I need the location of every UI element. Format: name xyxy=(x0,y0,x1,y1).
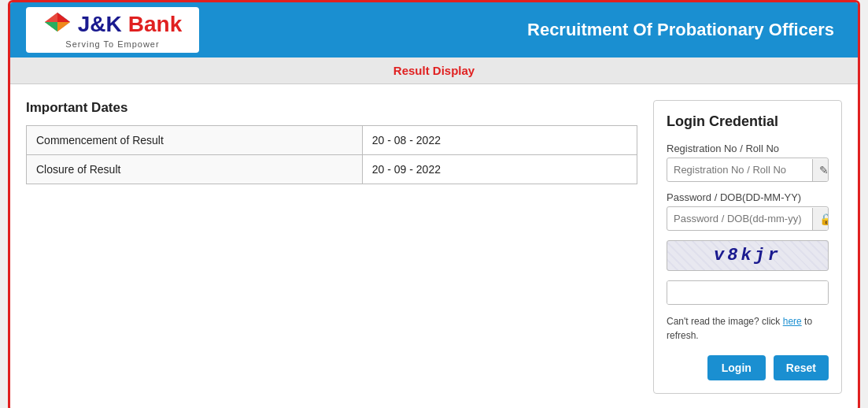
captcha-hint-pre: Can't read the image? click xyxy=(667,316,783,327)
header-title: Recruitment Of Probationary Officers xyxy=(199,20,842,40)
header: J&K Bank Serving To Empower Recruitment … xyxy=(10,2,858,57)
lock-icon: 🔒 xyxy=(812,208,829,230)
reg-input-row: ✎ xyxy=(667,158,829,182)
reg-label: Registration No / Roll No xyxy=(667,143,829,154)
login-title: Login Credential xyxy=(667,113,829,130)
svg-marker-6 xyxy=(45,13,57,22)
logo-top: J&K Bank xyxy=(43,11,182,38)
captcha-image: v8kjr xyxy=(667,240,829,271)
section-title: Important Dates xyxy=(26,100,637,116)
svg-marker-3 xyxy=(57,13,70,22)
captcha-input[interactable] xyxy=(667,281,828,304)
dates-table: Commencement of Result 20 - 08 - 2022 Cl… xyxy=(26,125,637,184)
logo-bank-text: Bank xyxy=(128,12,182,37)
password-input[interactable] xyxy=(667,207,812,230)
svg-marker-5 xyxy=(57,22,70,32)
left-panel: Important Dates Commencement of Result 2… xyxy=(26,100,637,394)
password-input-row: 🔒 xyxy=(667,206,829,231)
logo-kite-icon xyxy=(43,11,72,38)
button-row: Login Reset xyxy=(667,355,829,380)
closure-label: Closure of Result xyxy=(27,155,363,184)
main-content: Important Dates Commencement of Result 2… xyxy=(10,84,858,408)
login-button[interactable]: Login xyxy=(707,355,766,380)
subheader-label: Result Display xyxy=(393,64,475,77)
table-row: Closure of Result 20 - 09 - 2022 xyxy=(27,155,637,184)
logo-subtext: Serving To Empower xyxy=(65,39,159,49)
table-row: Commencement of Result 20 - 08 - 2022 xyxy=(27,126,637,155)
password-field-group: Password / DOB(DD-MM-YY) 🔒 xyxy=(667,191,829,231)
captcha-input-row xyxy=(667,280,829,305)
subheader-bar: Result Display xyxy=(10,57,858,84)
logo-box: J&K Bank Serving To Empower xyxy=(26,7,199,53)
registration-field-group: Registration No / Roll No ✎ xyxy=(667,143,829,182)
commencement-value: 20 - 08 - 2022 xyxy=(362,126,637,155)
captcha-hint: Can't read the image? click here to refr… xyxy=(667,314,829,343)
login-panel: Login Credential Registration No / Roll … xyxy=(653,100,842,394)
logo-jk-text: J&K xyxy=(78,12,122,37)
password-label: Password / DOB(DD-MM-YY) xyxy=(667,191,829,203)
captcha-refresh-link[interactable]: here xyxy=(783,316,802,327)
commencement-label: Commencement of Result xyxy=(27,126,363,155)
edit-icon: ✎ xyxy=(812,159,829,181)
registration-input[interactable] xyxy=(667,158,812,181)
page-container: J&K Bank Serving To Empower Recruitment … xyxy=(8,0,860,408)
svg-marker-4 xyxy=(45,22,57,32)
reset-button[interactable]: Reset xyxy=(774,355,829,380)
closure-value: 20 - 09 - 2022 xyxy=(362,155,637,184)
